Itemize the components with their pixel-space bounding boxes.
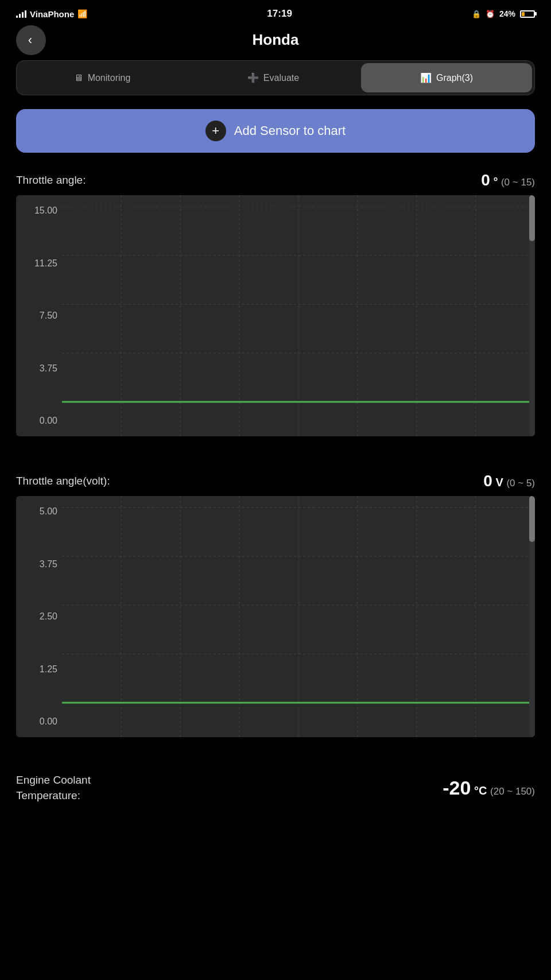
chart-inner-2	[62, 496, 535, 737]
add-sensor-label: Add Sensor to chart	[234, 123, 346, 138]
y-labels-2: 5.00 3.75 2.50 1.25 0.00	[16, 496, 62, 737]
y-label-1-3: 3.75	[21, 363, 57, 374]
sensor-current-value-2: 0	[483, 472, 492, 490]
chart-throttle-angle: Throttle angle: 0 ° (0 ~ 15) 15.00 11.25…	[16, 162, 535, 436]
signal-bars-icon	[16, 10, 26, 18]
alarm-icon: ⏰	[486, 10, 495, 18]
graph-icon: 📊	[420, 72, 432, 83]
y-label-2-0: 5.00	[21, 506, 57, 517]
status-bar: VinaPhone 📶 17:19 🔒 ⏰ 24%	[0, 0, 551, 25]
sensor-current-value-3: -20	[443, 777, 471, 799]
lock-icon: 🔒	[472, 10, 481, 18]
y-label-2-1: 3.75	[21, 559, 57, 570]
sensor-unit-1: °	[493, 175, 498, 188]
sensor-header-1: Throttle angle: 0 ° (0 ~ 15)	[16, 162, 535, 195]
sensor-value-2: 0 V (0 ~ 5)	[483, 472, 535, 490]
y-label-1-0: 15.00	[21, 206, 57, 216]
sensor-unit-2: V	[495, 476, 503, 489]
y-label-1-1: 11.25	[21, 258, 57, 269]
y-label-2-3: 1.25	[21, 664, 57, 675]
sensor-name-1: Throttle angle:	[16, 174, 86, 187]
back-chevron-icon: ‹	[28, 33, 32, 48]
scrollbar-1[interactable]	[529, 195, 535, 436]
chart-canvas-2: 5.00 3.75 2.50 1.25 0.00	[16, 496, 535, 737]
sensor-value-3: -20 °C (20 ~ 150)	[443, 777, 535, 799]
sensor-range-3: (20 ~ 150)	[490, 786, 535, 797]
page-title: Honda	[253, 31, 299, 49]
sensor-range-1: (0 ~ 15)	[501, 177, 535, 188]
monitoring-icon: 🖥	[74, 73, 83, 83]
signal-bar-4	[25, 10, 26, 18]
chart-engine-coolant: Engine CoolantTemperature: -20 °C (20 ~ …	[16, 764, 535, 820]
scrollbar-2[interactable]	[529, 496, 535, 737]
scrollbar-thumb-1	[529, 195, 535, 241]
battery-percent: 24%	[499, 9, 515, 18]
signal-bar-1	[16, 16, 18, 18]
y-label-2-4: 0.00	[21, 716, 57, 727]
chart-canvas-1: 15.00 11.25 7.50 3.75 0.00	[16, 195, 535, 436]
chart-grid-svg-1	[62, 195, 535, 436]
status-right: 🔒 ⏰ 24%	[472, 9, 535, 18]
tabs-container: 🖥 Monitoring ➕ Evaluate 📊 Graph(3)	[16, 60, 535, 95]
scrollbar-thumb-2	[529, 496, 535, 542]
chart-grid-svg-2	[62, 496, 535, 737]
sensor-value-1: 0 ° (0 ~ 15)	[481, 171, 535, 189]
back-button[interactable]: ‹	[16, 25, 46, 55]
evaluate-icon: ➕	[247, 72, 259, 83]
tab-evaluate-label: Evaluate	[263, 73, 299, 83]
tab-graph[interactable]: 📊 Graph(3)	[361, 63, 532, 92]
battery-icon	[520, 10, 535, 18]
sensor-range-2: (0 ~ 5)	[506, 478, 535, 489]
chart-throttle-volt: Throttle angle(volt): 0 V (0 ~ 5) 5.00 3…	[16, 463, 535, 737]
status-time: 17:19	[267, 8, 292, 20]
sensor-name-2: Throttle angle(volt):	[16, 475, 110, 487]
y-label-1-2: 7.50	[21, 311, 57, 321]
header: ‹ Honda	[0, 25, 551, 60]
status-left: VinaPhone 📶	[16, 9, 87, 19]
y-labels-1: 15.00 11.25 7.50 3.75 0.00	[16, 195, 62, 436]
tab-evaluate[interactable]: ➕ Evaluate	[188, 61, 359, 95]
carrier-name: VinaPhone	[30, 9, 74, 19]
signal-bar-3	[22, 12, 24, 18]
signal-bar-2	[19, 14, 21, 18]
sensor-name-3: Engine CoolantTemperature:	[16, 773, 91, 803]
y-label-1-4: 0.00	[21, 416, 57, 426]
wifi-icon: 📶	[77, 9, 87, 18]
sensor-unit-3: °C	[474, 784, 487, 797]
tab-graph-label: Graph(3)	[436, 73, 473, 83]
add-sensor-plus-icon: +	[205, 121, 226, 141]
sensor-current-value-1: 0	[481, 171, 490, 189]
sensor-header-3: Engine CoolantTemperature: -20 °C (20 ~ …	[16, 764, 535, 809]
section-divider-2	[0, 737, 551, 747]
section-divider-1	[0, 436, 551, 447]
sensor-header-2: Throttle angle(volt): 0 V (0 ~ 5)	[16, 463, 535, 496]
y-label-2-2: 2.50	[21, 611, 57, 622]
chart-inner-1	[62, 195, 535, 436]
tab-monitoring[interactable]: 🖥 Monitoring	[17, 61, 188, 95]
add-sensor-button[interactable]: + Add Sensor to chart	[16, 109, 535, 153]
tab-monitoring-label: Monitoring	[88, 73, 131, 83]
